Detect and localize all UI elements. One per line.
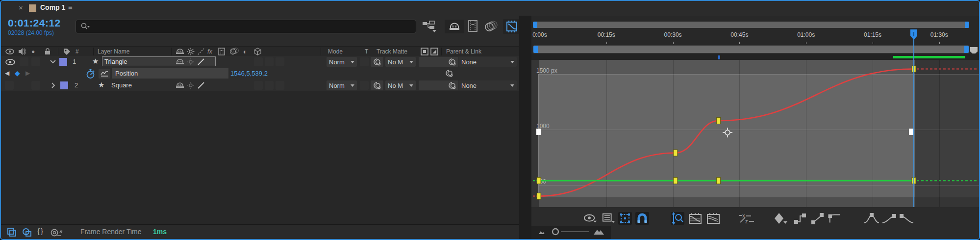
twirl-right-icon[interactable] [51, 82, 55, 89]
label-color-swatch[interactable] [60, 81, 68, 89]
auto-bezier-button[interactable] [828, 212, 842, 225]
shy-toggle[interactable] [445, 20, 464, 33]
auto-zoom-graph-button[interactable] [671, 212, 684, 225]
matte-pickwhip[interactable] [371, 57, 383, 67]
keyframe[interactable] [537, 178, 541, 184]
stopwatch-icon[interactable] [85, 69, 96, 79]
keyframe[interactable] [674, 178, 678, 184]
property-pickwhip-icon[interactable] [445, 69, 453, 77]
current-timecode[interactable]: 0:01:24:12 [8, 17, 61, 29]
scrollbar-right-handle[interactable] [965, 22, 969, 28]
matte-pickwhip[interactable] [371, 80, 383, 90]
comp-flowchart-icon[interactable] [422, 21, 442, 32]
eye-toggle-off[interactable] [5, 81, 14, 90]
layer-row-triangle[interactable]: 1 ★ Triangle Norm No M None [1, 56, 519, 68]
layer-row-square[interactable]: 2 ★ Square Norm No M None [1, 80, 519, 91]
work-area-start-handle[interactable] [533, 46, 538, 53]
graph-set-toggle[interactable] [99, 69, 110, 79]
solo-toggle[interactable] [31, 81, 40, 90]
parent-pickwhip[interactable] [419, 80, 458, 90]
graph-editor-toggle[interactable] [503, 19, 521, 34]
graph-range-handle[interactable] [909, 129, 913, 135]
snap-button[interactable] [635, 212, 649, 225]
switch-cell[interactable] [276, 57, 284, 66]
panel-divider[interactable] [519, 16, 531, 239]
edit-keyframes-button[interactable] [773, 212, 789, 225]
mode-column-header[interactable]: Mode [328, 48, 343, 55]
next-keyframe-arrow[interactable]: ▶ [25, 70, 30, 77]
render-time-snail-icon[interactable] [50, 228, 63, 237]
label-color-swatch[interactable] [59, 58, 67, 66]
property-value[interactable]: 1546,5,539,2 [230, 70, 268, 77]
quality-switch-icon[interactable] [197, 58, 205, 66]
inout-panes-toggle[interactable]: {} [37, 227, 44, 235]
show-transform-box-button[interactable] [618, 212, 632, 225]
keyframe[interactable] [537, 193, 541, 199]
graph-editor-area[interactable]: 1500 px 1000 500 [531, 60, 980, 207]
search-input[interactable] [75, 20, 416, 33]
preserve-transparency-checkbox[interactable] [360, 81, 369, 90]
graph-range-handle[interactable] [536, 129, 541, 135]
easy-ease-in-button[interactable] [881, 212, 898, 225]
easy-ease-out-button[interactable] [898, 212, 915, 225]
fit-selection-button[interactable] [688, 212, 702, 225]
zoom-out-icon[interactable] [538, 230, 546, 235]
index-column-header[interactable]: # [75, 48, 79, 55]
keyframe[interactable] [674, 150, 678, 156]
audio-toggle[interactable] [20, 57, 28, 66]
property-name-highlight[interactable]: Position [112, 68, 228, 79]
playhead-handle[interactable] [909, 29, 918, 41]
linear-interpolation-button[interactable] [811, 212, 825, 225]
shy-switch-icon[interactable] [176, 58, 184, 65]
motion-blur-icon[interactable] [484, 20, 500, 33]
keyframe-indicator-icon[interactable]: ◆ [15, 69, 20, 77]
switch-cell[interactable] [265, 57, 274, 66]
layer-name[interactable]: Square [111, 81, 132, 89]
tab-title[interactable]: Comp 1 [40, 3, 65, 11]
comp-marker[interactable] [718, 55, 720, 59]
work-area-bar[interactable] [533, 45, 969, 53]
parent-link-column-header[interactable]: Parent & Link [446, 48, 481, 55]
separate-dimensions-button[interactable]: xz [737, 212, 757, 225]
zoom-slider-handle[interactable] [551, 227, 560, 236]
prev-keyframe-arrow[interactable]: ◀ [5, 70, 9, 77]
layer-switches-pane-toggle[interactable] [7, 227, 18, 237]
easy-ease-button[interactable] [863, 212, 880, 225]
switch-cell[interactable] [254, 57, 263, 66]
blend-mode-dropdown[interactable]: Norm [327, 80, 357, 90]
switch-cell[interactable] [254, 81, 263, 90]
panel-menu-icon[interactable]: ≡ [68, 3, 73, 11]
parent-pickwhip[interactable] [419, 57, 458, 67]
keyframe[interactable] [717, 178, 721, 184]
fit-all-graphs-button[interactable] [706, 212, 720, 225]
hold-interpolation-button[interactable] [794, 212, 807, 225]
zoom-in-icon[interactable] [593, 228, 605, 235]
scrollbar-left-handle[interactable] [533, 22, 537, 28]
choose-properties-button[interactable] [583, 212, 597, 225]
switch-cell[interactable] [276, 81, 284, 90]
work-area-end-handle[interactable] [964, 46, 969, 53]
collapse-switch-icon[interactable] [187, 81, 195, 89]
quality-switch-icon[interactable] [197, 81, 205, 89]
playhead-line[interactable] [913, 34, 914, 223]
parent-dropdown[interactable]: None [459, 57, 517, 67]
zoom-slider-track[interactable] [561, 231, 589, 232]
frame-blend-icon[interactable] [467, 20, 480, 33]
collapse-switch-icon[interactable] [187, 58, 195, 66]
layer-name-column-header[interactable]: Layer Name [98, 48, 129, 55]
timeline-scrollbar[interactable] [533, 22, 969, 28]
switch-cell[interactable] [265, 81, 274, 90]
twirl-down-icon[interactable] [50, 59, 56, 64]
shy-switch-icon[interactable] [176, 82, 184, 89]
t-column-header[interactable]: T [365, 48, 368, 55]
blend-mode-dropdown[interactable]: Norm [327, 57, 357, 67]
transfer-controls-pane-toggle[interactable] [22, 227, 32, 237]
solo-toggle[interactable] [31, 57, 40, 66]
eye-icon[interactable] [5, 59, 16, 65]
track-matte-dropdown[interactable]: No M [385, 80, 416, 90]
graph-type-options-button[interactable] [602, 212, 616, 225]
tab-close-icon[interactable]: × [19, 3, 23, 12]
property-row-position[interactable]: ◀ ◆ ▶ Position 1546,5,539,2 [1, 68, 519, 80]
keyframe[interactable] [717, 117, 721, 124]
preserve-transparency-checkbox[interactable] [360, 57, 369, 66]
